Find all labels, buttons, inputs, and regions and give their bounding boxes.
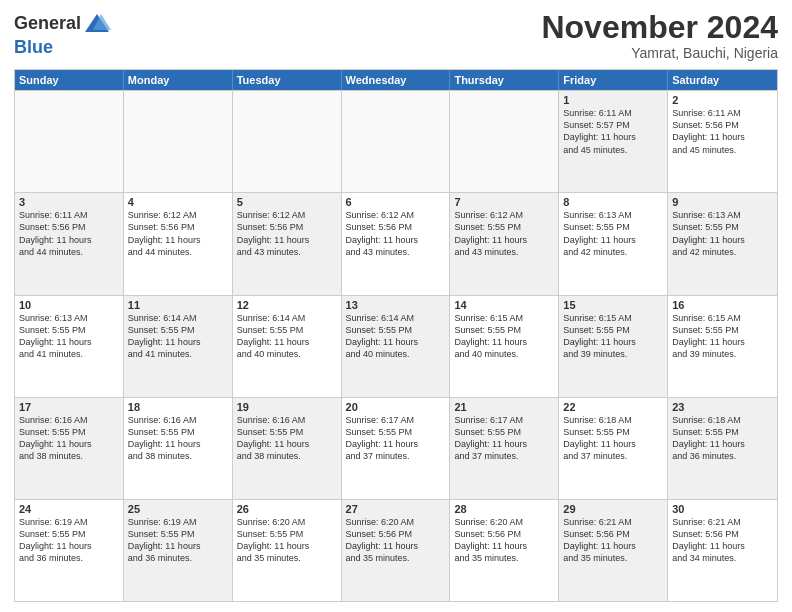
day-number: 29	[563, 503, 663, 515]
cal-header-cell: Saturday	[668, 70, 777, 90]
day-number: 9	[672, 196, 773, 208]
cal-cell: 29Sunrise: 6:21 AM Sunset: 5:56 PM Dayli…	[559, 500, 668, 601]
day-info: Sunrise: 6:15 AM Sunset: 5:55 PM Dayligh…	[454, 312, 554, 361]
cal-header-cell: Friday	[559, 70, 668, 90]
day-info: Sunrise: 6:19 AM Sunset: 5:55 PM Dayligh…	[128, 516, 228, 565]
cal-cell: 10Sunrise: 6:13 AM Sunset: 5:55 PM Dayli…	[15, 296, 124, 397]
cal-cell: 27Sunrise: 6:20 AM Sunset: 5:56 PM Dayli…	[342, 500, 451, 601]
day-info: Sunrise: 6:17 AM Sunset: 5:55 PM Dayligh…	[346, 414, 446, 463]
day-number: 14	[454, 299, 554, 311]
day-number: 6	[346, 196, 446, 208]
day-info: Sunrise: 6:17 AM Sunset: 5:55 PM Dayligh…	[454, 414, 554, 463]
location: Yamrat, Bauchi, Nigeria	[541, 45, 778, 61]
header: General Blue November 2024 Yamrat, Bauch…	[14, 10, 778, 61]
calendar-body: 1Sunrise: 6:11 AM Sunset: 5:57 PM Daylig…	[15, 90, 777, 601]
cal-cell: 6Sunrise: 6:12 AM Sunset: 5:56 PM Daylig…	[342, 193, 451, 294]
day-info: Sunrise: 6:18 AM Sunset: 5:55 PM Dayligh…	[672, 414, 773, 463]
month-title: November 2024	[541, 10, 778, 45]
cal-cell: 22Sunrise: 6:18 AM Sunset: 5:55 PM Dayli…	[559, 398, 668, 499]
calendar-row: 24Sunrise: 6:19 AM Sunset: 5:55 PM Dayli…	[15, 499, 777, 601]
day-number: 8	[563, 196, 663, 208]
cal-cell: 16Sunrise: 6:15 AM Sunset: 5:55 PM Dayli…	[668, 296, 777, 397]
day-info: Sunrise: 6:11 AM Sunset: 5:56 PM Dayligh…	[672, 107, 773, 156]
day-info: Sunrise: 6:13 AM Sunset: 5:55 PM Dayligh…	[19, 312, 119, 361]
day-number: 7	[454, 196, 554, 208]
day-number: 23	[672, 401, 773, 413]
cal-cell: 14Sunrise: 6:15 AM Sunset: 5:55 PM Dayli…	[450, 296, 559, 397]
cal-cell: 7Sunrise: 6:12 AM Sunset: 5:55 PM Daylig…	[450, 193, 559, 294]
day-info: Sunrise: 6:19 AM Sunset: 5:55 PM Dayligh…	[19, 516, 119, 565]
day-info: Sunrise: 6:11 AM Sunset: 5:57 PM Dayligh…	[563, 107, 663, 156]
cal-cell: 26Sunrise: 6:20 AM Sunset: 5:55 PM Dayli…	[233, 500, 342, 601]
cal-cell: 18Sunrise: 6:16 AM Sunset: 5:55 PM Dayli…	[124, 398, 233, 499]
cal-cell: 11Sunrise: 6:14 AM Sunset: 5:55 PM Dayli…	[124, 296, 233, 397]
logo-area: General Blue	[14, 10, 111, 58]
cal-header-cell: Sunday	[15, 70, 124, 90]
day-number: 30	[672, 503, 773, 515]
day-number: 22	[563, 401, 663, 413]
logo-blue: Blue	[14, 38, 111, 58]
day-info: Sunrise: 6:18 AM Sunset: 5:55 PM Dayligh…	[563, 414, 663, 463]
logo-icon	[83, 10, 111, 38]
day-info: Sunrise: 6:12 AM Sunset: 5:56 PM Dayligh…	[346, 209, 446, 258]
cal-cell	[124, 91, 233, 192]
day-number: 18	[128, 401, 228, 413]
calendar-row: 10Sunrise: 6:13 AM Sunset: 5:55 PM Dayli…	[15, 295, 777, 397]
cal-cell: 5Sunrise: 6:12 AM Sunset: 5:56 PM Daylig…	[233, 193, 342, 294]
cal-cell: 21Sunrise: 6:17 AM Sunset: 5:55 PM Dayli…	[450, 398, 559, 499]
calendar-row: 3Sunrise: 6:11 AM Sunset: 5:56 PM Daylig…	[15, 192, 777, 294]
cal-cell: 3Sunrise: 6:11 AM Sunset: 5:56 PM Daylig…	[15, 193, 124, 294]
day-info: Sunrise: 6:21 AM Sunset: 5:56 PM Dayligh…	[563, 516, 663, 565]
day-number: 19	[237, 401, 337, 413]
day-number: 26	[237, 503, 337, 515]
day-number: 15	[563, 299, 663, 311]
day-number: 1	[563, 94, 663, 106]
day-number: 10	[19, 299, 119, 311]
calendar-row: 1Sunrise: 6:11 AM Sunset: 5:57 PM Daylig…	[15, 90, 777, 192]
calendar: SundayMondayTuesdayWednesdayThursdayFrid…	[14, 69, 778, 602]
day-info: Sunrise: 6:16 AM Sunset: 5:55 PM Dayligh…	[19, 414, 119, 463]
cal-cell: 8Sunrise: 6:13 AM Sunset: 5:55 PM Daylig…	[559, 193, 668, 294]
cal-cell	[15, 91, 124, 192]
cal-cell: 1Sunrise: 6:11 AM Sunset: 5:57 PM Daylig…	[559, 91, 668, 192]
day-number: 25	[128, 503, 228, 515]
day-info: Sunrise: 6:15 AM Sunset: 5:55 PM Dayligh…	[563, 312, 663, 361]
day-info: Sunrise: 6:12 AM Sunset: 5:56 PM Dayligh…	[128, 209, 228, 258]
day-info: Sunrise: 6:16 AM Sunset: 5:55 PM Dayligh…	[237, 414, 337, 463]
day-info: Sunrise: 6:14 AM Sunset: 5:55 PM Dayligh…	[346, 312, 446, 361]
cal-cell: 20Sunrise: 6:17 AM Sunset: 5:55 PM Dayli…	[342, 398, 451, 499]
cal-cell: 13Sunrise: 6:14 AM Sunset: 5:55 PM Dayli…	[342, 296, 451, 397]
day-info: Sunrise: 6:20 AM Sunset: 5:56 PM Dayligh…	[454, 516, 554, 565]
cal-header-cell: Tuesday	[233, 70, 342, 90]
logo-text: General Blue	[14, 10, 111, 58]
day-info: Sunrise: 6:14 AM Sunset: 5:55 PM Dayligh…	[237, 312, 337, 361]
cal-cell: 30Sunrise: 6:21 AM Sunset: 5:56 PM Dayli…	[668, 500, 777, 601]
day-info: Sunrise: 6:13 AM Sunset: 5:55 PM Dayligh…	[672, 209, 773, 258]
calendar-row: 17Sunrise: 6:16 AM Sunset: 5:55 PM Dayli…	[15, 397, 777, 499]
cal-cell: 15Sunrise: 6:15 AM Sunset: 5:55 PM Dayli…	[559, 296, 668, 397]
cal-cell	[233, 91, 342, 192]
page: General Blue November 2024 Yamrat, Bauch…	[0, 0, 792, 612]
day-number: 12	[237, 299, 337, 311]
cal-header-cell: Monday	[124, 70, 233, 90]
calendar-header-row: SundayMondayTuesdayWednesdayThursdayFrid…	[15, 70, 777, 90]
day-number: 4	[128, 196, 228, 208]
cal-cell: 23Sunrise: 6:18 AM Sunset: 5:55 PM Dayli…	[668, 398, 777, 499]
day-number: 16	[672, 299, 773, 311]
cal-cell: 9Sunrise: 6:13 AM Sunset: 5:55 PM Daylig…	[668, 193, 777, 294]
day-number: 11	[128, 299, 228, 311]
cal-header-cell: Thursday	[450, 70, 559, 90]
day-info: Sunrise: 6:12 AM Sunset: 5:55 PM Dayligh…	[454, 209, 554, 258]
day-info: Sunrise: 6:11 AM Sunset: 5:56 PM Dayligh…	[19, 209, 119, 258]
cal-cell	[450, 91, 559, 192]
day-info: Sunrise: 6:13 AM Sunset: 5:55 PM Dayligh…	[563, 209, 663, 258]
cal-cell: 2Sunrise: 6:11 AM Sunset: 5:56 PM Daylig…	[668, 91, 777, 192]
cal-cell: 17Sunrise: 6:16 AM Sunset: 5:55 PM Dayli…	[15, 398, 124, 499]
day-number: 20	[346, 401, 446, 413]
day-info: Sunrise: 6:21 AM Sunset: 5:56 PM Dayligh…	[672, 516, 773, 565]
day-info: Sunrise: 6:20 AM Sunset: 5:55 PM Dayligh…	[237, 516, 337, 565]
day-info: Sunrise: 6:20 AM Sunset: 5:56 PM Dayligh…	[346, 516, 446, 565]
cal-cell: 25Sunrise: 6:19 AM Sunset: 5:55 PM Dayli…	[124, 500, 233, 601]
day-info: Sunrise: 6:15 AM Sunset: 5:55 PM Dayligh…	[672, 312, 773, 361]
cal-cell	[342, 91, 451, 192]
